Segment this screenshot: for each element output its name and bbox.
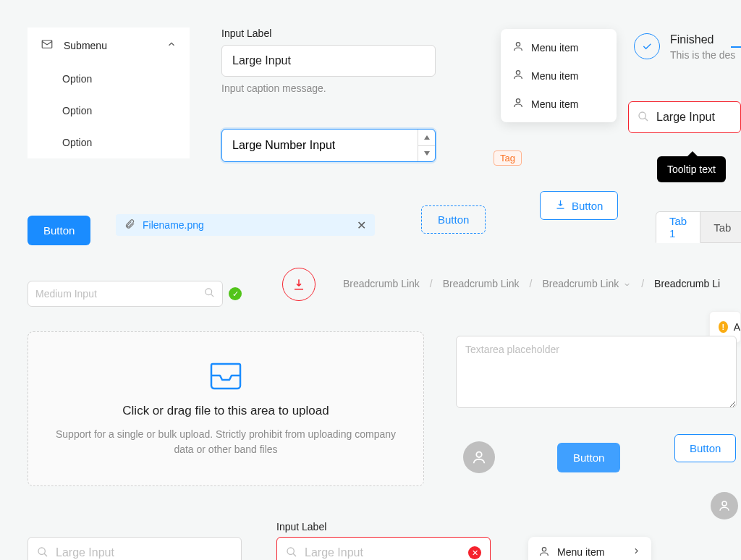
search-icon[interactable]: [204, 287, 215, 300]
input-label: Input Label: [221, 27, 436, 39]
search-input-field[interactable]: [656, 111, 741, 124]
step-finished: Finished This is the des: [634, 33, 735, 61]
search-error-input[interactable]: ✕: [276, 537, 491, 560]
step-title: Finished: [670, 33, 735, 46]
breadcrumb-link[interactable]: Breadcrumb Link: [343, 278, 420, 289]
menu-item-label: Menu item: [531, 70, 578, 82]
menu-item-submenu[interactable]: Menu item: [528, 537, 651, 560]
user-icon: [512, 97, 524, 111]
error-badge-icon[interactable]: ✕: [468, 546, 481, 559]
search-input-error[interactable]: [628, 101, 741, 133]
svg-point-3: [516, 99, 520, 103]
svg-point-8: [38, 548, 45, 554]
outline-button[interactable]: Button: [674, 434, 736, 462]
file-attachment-chip[interactable]: Filename.png ✕: [116, 214, 375, 236]
input-label: Input Label: [276, 521, 326, 533]
close-icon[interactable]: ✕: [357, 219, 366, 232]
number-stepper: [418, 130, 435, 161]
svg-point-4: [639, 112, 645, 119]
alert-text: A: [734, 321, 740, 333]
textarea[interactable]: [456, 336, 737, 408]
stepper-up-icon[interactable]: [418, 130, 435, 146]
tab-2[interactable]: Tab: [700, 211, 741, 243]
svg-point-10: [542, 547, 546, 551]
breadcrumb-separator: /: [530, 278, 533, 289]
input-caption: Input caption message.: [221, 82, 436, 94]
number-input-field[interactable]: [222, 130, 418, 161]
menu-item-label: Menu item: [531, 42, 578, 54]
warning-icon: !: [719, 321, 728, 333]
breadcrumb-link[interactable]: Breadcrumb Link: [443, 278, 520, 289]
search-icon: [638, 111, 649, 124]
check-circle-icon: [634, 33, 660, 59]
download-icon: [555, 199, 566, 212]
submenu-header[interactable]: Submenu: [27, 27, 190, 63]
search-input-field[interactable]: [56, 546, 232, 559]
svg-point-1: [516, 43, 520, 46]
search-input-field[interactable]: [305, 546, 461, 559]
success-badge-icon: ✓: [229, 287, 242, 300]
breadcrumb-current: Breadcrumb Li: [654, 278, 720, 289]
medium-input[interactable]: [27, 281, 223, 307]
chevron-down-icon: [623, 281, 631, 289]
medium-input-field[interactable]: [35, 288, 198, 300]
paperclip-icon: [124, 219, 135, 232]
search-icon: [37, 546, 48, 560]
dropzone-title: Click or drag file to this area to uploa…: [122, 404, 329, 418]
tabs: Tab 1 Tab: [656, 211, 741, 243]
medium-input-group: ✓: [27, 281, 242, 307]
user-icon: [538, 546, 550, 559]
avatar[interactable]: [463, 441, 495, 473]
breadcrumb-link-dropdown[interactable]: Breadcrumb Link: [542, 278, 631, 289]
download-button[interactable]: Button: [540, 191, 618, 220]
button-label: Button: [572, 200, 603, 212]
menu-item[interactable]: Menu item: [501, 33, 617, 61]
dashed-button[interactable]: Button: [421, 205, 486, 234]
tooltip: Tooltip text: [657, 156, 726, 182]
chevron-right-icon: [632, 546, 641, 558]
menu-popover: Menu item Menu item Menu item: [501, 29, 617, 122]
svg-point-2: [516, 71, 520, 75]
input-group: Input Label Input caption message.: [221, 27, 436, 94]
menu-item[interactable]: Menu item: [501, 90, 617, 118]
svg-point-6: [476, 452, 481, 457]
svg-point-9: [287, 548, 294, 554]
svg-rect-0: [42, 41, 52, 48]
dropzone-hint: Support for a single or bulk upload. Str…: [50, 427, 402, 457]
submenu-panel: Submenu Option Option Option: [27, 27, 190, 158]
search-large-input[interactable]: [27, 537, 242, 560]
chevron-up-icon: [166, 39, 177, 51]
svg-point-7: [722, 501, 727, 506]
number-input[interactable]: [221, 129, 436, 162]
tab-1[interactable]: Tab 1: [656, 211, 700, 243]
submenu-option[interactable]: Option: [27, 63, 190, 95]
user-icon: [512, 69, 524, 82]
breadcrumb-separator: /: [641, 278, 644, 289]
user-icon: [512, 41, 524, 54]
upload-dropzone[interactable]: Click or drag file to this area to uploa…: [27, 331, 424, 486]
menu-item-label: Menu item: [531, 98, 578, 110]
breadcrumb-separator: /: [430, 278, 433, 289]
submenu-header-label: Submenu: [64, 40, 156, 51]
submenu-option[interactable]: Option: [27, 95, 190, 127]
step-connector: [731, 46, 741, 48]
svg-point-5: [206, 289, 212, 295]
search-icon: [286, 546, 297, 560]
avatar[interactable]: [711, 492, 738, 519]
stepper-down-icon[interactable]: [418, 146, 435, 162]
mail-icon: [41, 38, 54, 53]
file-name: Filename.png: [143, 219, 350, 231]
menu-item-label: Menu item: [557, 546, 624, 558]
inbox-icon: [208, 361, 243, 392]
submenu-option[interactable]: Option: [27, 127, 190, 158]
breadcrumb: Breadcrumb Link / Breadcrumb Link / Brea…: [343, 278, 720, 289]
step-description: This is the des: [670, 49, 735, 61]
large-text-input[interactable]: [221, 45, 436, 77]
tag-chip[interactable]: Tag: [494, 150, 522, 166]
primary-button[interactable]: Button: [27, 216, 90, 245]
download-circle-button[interactable]: [282, 268, 316, 301]
menu-item[interactable]: Menu item: [501, 61, 617, 90]
primary-button[interactable]: Button: [557, 443, 620, 472]
